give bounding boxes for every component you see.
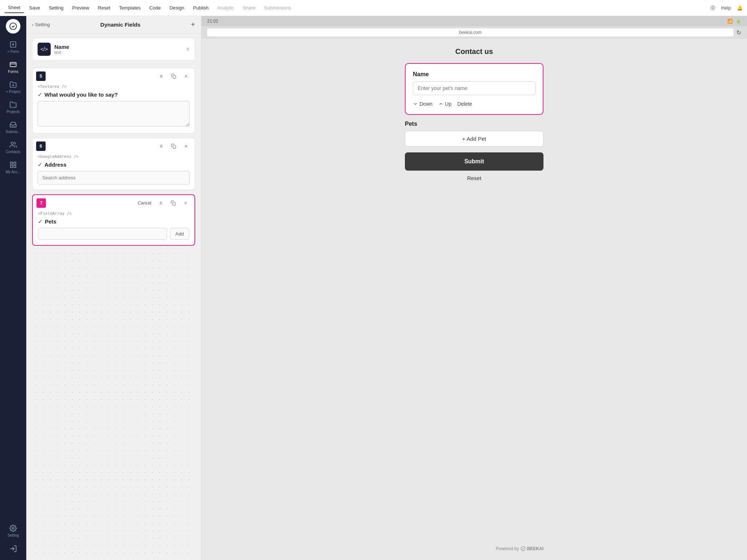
field-5-move-button[interactable] [156, 71, 166, 81]
preview-form-title: Contact us [455, 47, 493, 56]
field-5-tag: <Textarea /> [38, 84, 190, 89]
name-card-close-button[interactable]: × [186, 46, 190, 53]
field-card-5-header: 5 × [32, 68, 195, 84]
nav-publish[interactable]: Publish [189, 3, 212, 13]
help-icon: ⓪ [711, 5, 715, 11]
sidebar-item-contacts[interactable]: Contacts [1, 138, 25, 157]
sidebar-item-setting[interactable]: Setting [1, 522, 25, 540]
nav-preview[interactable]: Preview [69, 3, 93, 13]
sidebar-item-add-form[interactable]: + Form [1, 38, 25, 57]
svg-rect-10 [173, 145, 176, 148]
name-card-title: Name [54, 44, 182, 50]
preview-content: Contact us Name Down Up Delete [201, 39, 747, 560]
field-7-label: Pets [45, 218, 57, 225]
footer-brand: BEEKAI [527, 546, 543, 551]
field-5-check-icon: ✓ [38, 91, 42, 98]
preview-add-pet-button[interactable]: + Add Pet [405, 131, 543, 147]
nav-templates[interactable]: Templates [115, 3, 144, 13]
field-card-7-header: 7 Cancel × [33, 195, 194, 211]
preview-name-actions: Down Up Delete [413, 100, 535, 107]
field-6-label: Address [44, 162, 66, 168]
notification-icon[interactable]: 🔔 [737, 5, 743, 11]
dotted-area [32, 250, 195, 554]
field-5-label: What would you like to say? [44, 92, 118, 98]
field-5-close-button[interactable]: × [181, 71, 191, 81]
svg-rect-6 [11, 166, 13, 168]
preview-footer: Powered by BEEKAI [405, 539, 543, 551]
add-field-button[interactable]: + [191, 20, 195, 29]
nav-submissions[interactable]: Submissions [260, 3, 295, 13]
preview-url-bar: ↻ [201, 26, 747, 39]
field-card-6-header: 6 × [32, 138, 195, 154]
svg-point-7 [12, 528, 14, 529]
battery-icon: 🔋 [736, 19, 741, 24]
field-card-6: 6 × <GoogleAddress /> ✓ Address [32, 138, 195, 190]
preview-panel: 21:02 📶 🔋 ↻ Contact us Name Down [201, 16, 747, 560]
sidebar-item-projects[interactable]: Projects [1, 98, 25, 117]
field-6-copy-button[interactable] [169, 141, 179, 151]
help-label[interactable]: Help [721, 5, 731, 11]
svg-rect-4 [14, 162, 16, 164]
panel-title: Dynamic Fields [53, 22, 188, 28]
field-5-copy-button[interactable] [169, 71, 179, 81]
sidebar-item-forms[interactable]: Forms [1, 58, 25, 77]
back-button[interactable]: ‹ Setting [32, 22, 50, 27]
field-7-close-button[interactable]: × [181, 198, 191, 208]
preview-down-button[interactable]: Down [413, 101, 433, 107]
preview-refresh-button[interactable]: ↻ [736, 29, 741, 36]
preview-submit-button[interactable]: Submit [405, 152, 543, 171]
nav-code[interactable]: Code [146, 3, 165, 13]
preview-name-input[interactable] [413, 81, 535, 95]
svg-point-2 [11, 142, 13, 145]
field-6-check-icon: ✓ [38, 161, 42, 168]
field-5-textarea[interactable] [38, 101, 190, 127]
preview-reset-link[interactable]: Reset [405, 175, 543, 181]
left-sidebar: + Form Forms + Project Projects Submis..… [0, 16, 26, 560]
sidebar-label-add-form: + Form [7, 50, 19, 54]
footer-text: Powered by [496, 546, 519, 551]
preview-time: 21:02 [207, 19, 218, 24]
svg-rect-11 [173, 202, 175, 205]
field-7-cancel-button[interactable]: Cancel [136, 199, 154, 207]
preview-name-card: Name Down Up Delete [405, 63, 543, 115]
svg-rect-9 [173, 75, 176, 78]
field-7-body: <FieldArray /> ✓ Pets Add [33, 211, 194, 245]
nav-save[interactable]: Save [26, 3, 44, 13]
preview-pets-section: Pets + Add Pet [405, 121, 543, 147]
field-7-add-button[interactable]: Add [170, 228, 189, 240]
preview-url-input[interactable] [207, 28, 734, 36]
field-7-array-input[interactable] [38, 228, 167, 240]
sidebar-label-myacc: My Acc... [6, 170, 21, 174]
field-card-5: 5 × <Textarea /> ✓ What would you like t… [32, 68, 195, 133]
nav-sheet[interactable]: Sheet [4, 3, 24, 13]
sidebar-item-myacc[interactable]: My Acc... [1, 158, 25, 177]
preview-up-button[interactable]: Up [438, 101, 452, 107]
preview-delete-button[interactable]: Delete [457, 101, 472, 107]
svg-rect-1 [10, 62, 16, 67]
field-7-number: 7 [36, 198, 46, 208]
field-7-move-button[interactable] [156, 198, 166, 208]
sidebar-label-setting: Setting [7, 533, 19, 537]
wifi-icon: 📶 [727, 19, 733, 24]
field-6-address-input[interactable] [38, 171, 190, 184]
main-layout: + Form Forms + Project Projects Submis..… [0, 16, 747, 560]
sidebar-label-submissions: Submis... [5, 130, 21, 134]
field-6-close-button[interactable]: × [181, 141, 191, 151]
sidebar-item-add-project[interactable]: + Project [1, 78, 25, 97]
top-nav: Sheet Save Setting Preview Reset Templat… [0, 0, 747, 16]
field-7-copy-button[interactable] [168, 198, 178, 208]
nav-share[interactable]: Share [239, 3, 259, 13]
nav-analytic[interactable]: Analytic [214, 3, 238, 13]
nav-reset[interactable]: Reset [94, 3, 114, 13]
field-5-body: <Textarea /> ✓ What would you like to sa… [32, 84, 195, 133]
sidebar-label-forms: Forms [8, 70, 18, 74]
field-6-move-button[interactable] [156, 141, 166, 151]
field-6-body: <GoogleAddress /> ✓ Address [32, 154, 195, 190]
nav-setting[interactable]: Setting [45, 3, 67, 13]
field-7-tag: <FieldArray /> [38, 211, 189, 216]
sidebar-label-add-project: + Project [6, 90, 20, 94]
sidebar-label-projects: Projects [7, 110, 20, 114]
panel-header: ‹ Setting Dynamic Fields + [26, 16, 201, 34]
nav-design[interactable]: Design [166, 3, 188, 13]
sidebar-item-submissions[interactable]: Submis... [1, 118, 25, 137]
